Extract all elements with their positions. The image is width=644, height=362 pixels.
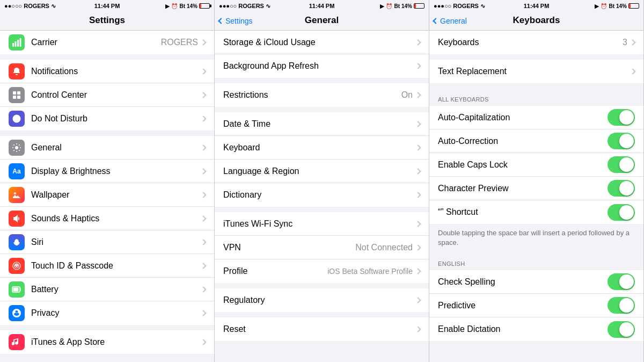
keyboards-scroll[interactable]: Keyboards 3 Text Replacement ALL KEYBOAR… [429, 31, 643, 362]
list-item-privacy[interactable]: Privacy [0, 301, 214, 325]
list-item-predictive[interactable]: Predictive [429, 294, 643, 317]
list-item-bg-refresh[interactable]: Background App Refresh [215, 54, 429, 78]
back-chevron-icon [218, 18, 224, 24]
list-item-caps-lock[interactable]: Enable Caps Lock [429, 153, 643, 177]
wallpaper-chevron [200, 192, 206, 198]
list-item-auto-cap[interactable]: Auto-Capitalization [429, 106, 643, 129]
list-item-itunes-wifi[interactable]: iTunes Wi-Fi Sync [215, 212, 429, 236]
control-center-label: Control Center [31, 90, 201, 100]
itunes-wifi-label: iTunes Wi-Fi Sync [223, 219, 416, 229]
sounds-chevron [200, 215, 206, 221]
list-item-carrier[interactable]: Carrier ROGERS [0, 31, 214, 54]
storage-chevron [415, 39, 421, 45]
auto-correction-toggle[interactable] [608, 133, 635, 149]
location-icon-1: ▶ [165, 3, 170, 9]
general-section-1: Storage & iCloud Usage Background App Re… [215, 31, 429, 78]
shortcut-toggle[interactable] [608, 204, 635, 221]
g-sep-5 [215, 312, 429, 317]
list-item-text-replacement[interactable]: Text Replacement [429, 60, 643, 83]
keyboards-panel: ●●●○○ ROGERS ∿ 11:44 PM ▶ ⏰ Bt 14% Gener… [429, 0, 644, 362]
time-1: 11:44 PM [94, 3, 120, 9]
list-item-vpn[interactable]: VPN Not Connected [215, 236, 429, 259]
settings-section-2: Notifications Control Center Do Not Dist… [0, 60, 214, 131]
svg-rect-0 [12, 43, 14, 47]
list-item-keyboard[interactable]: Keyboard [215, 136, 429, 160]
shortcut-label: “” Shortcut [438, 207, 608, 217]
status-right-2: ▶ ⏰ Bt 14% [380, 3, 425, 9]
list-item-do-not-disturb[interactable]: Do Not Disturb [0, 107, 214, 131]
touch-id-label: Touch ID & Passcode [31, 261, 201, 271]
carrier-icon [9, 34, 25, 50]
english-header: ENGLISH [429, 253, 643, 270]
settings-scroll[interactable]: Carrier ROGERS Notifications Control Cen… [0, 31, 214, 362]
predictive-toggle[interactable] [608, 297, 635, 314]
list-item-auto-correction[interactable]: Auto-Correction [429, 129, 643, 153]
keyboards-back-btn[interactable]: General [434, 17, 467, 25]
list-item-itunes[interactable]: iTunes & App Store [0, 330, 214, 354]
list-item-sounds[interactable]: Sounds & Haptics [0, 207, 214, 230]
auto-correction-label: Auto-Correction [438, 136, 608, 146]
general-title: General [305, 15, 339, 25]
list-item-char-preview[interactable]: Character Preview [429, 177, 643, 200]
settings-carrier-section: Carrier ROGERS [0, 31, 214, 54]
notifications-chevron [200, 68, 206, 74]
privacy-label: Privacy [31, 308, 201, 318]
list-item-notifications[interactable]: Notifications [0, 60, 214, 83]
list-item-language[interactable]: Language & Region [215, 160, 429, 183]
status-bar-1: ●●○○○ ROGERS ∿ 11:44 PM ▶ ⏰ Bt 14% [0, 0, 214, 12]
all-keyboards-header: ALL KEYBOARDS [429, 89, 643, 106]
svg-rect-3 [20, 38, 21, 47]
check-spelling-label: Check Spelling [438, 277, 608, 287]
list-item-shortcut[interactable]: “” Shortcut [429, 200, 643, 224]
list-item-reset[interactable]: Reset [215, 317, 429, 341]
list-item-date-time[interactable]: Date & Time [215, 112, 429, 136]
list-item-storage[interactable]: Storage & iCloud Usage [215, 31, 429, 54]
keyboards-section-1: Keyboards 3 [429, 31, 643, 54]
settings-section-3: General Aa Display & Brightness Wallpape… [0, 136, 214, 325]
svg-rect-6 [13, 96, 16, 99]
display-chevron [200, 168, 206, 174]
siri-icon [9, 234, 25, 250]
svg-point-13 [16, 265, 18, 266]
list-item-regulatory[interactable]: Regulatory [215, 288, 429, 312]
list-item-general[interactable]: General [0, 136, 214, 160]
general-nav-header: Settings General [215, 12, 429, 31]
profile-value: iOS Beta Software Profile [327, 267, 413, 276]
language-chevron [415, 168, 421, 174]
list-item-keyboards-count[interactable]: Keyboards 3 [429, 31, 643, 54]
list-item-dictionary[interactable]: Dictionary [215, 183, 429, 207]
general-section-3: Date & Time Keyboard Language & Region D… [215, 112, 429, 207]
general-back-btn[interactable]: Settings [219, 17, 253, 25]
list-item-control-center[interactable]: Control Center [0, 83, 214, 107]
enable-dictation-toggle[interactable] [608, 321, 635, 338]
settings-nav-header: Settings [0, 12, 214, 31]
list-item-profile[interactable]: Profile iOS Beta Software Profile [215, 259, 429, 283]
general-scroll[interactable]: Storage & iCloud Usage Background App Re… [215, 31, 429, 362]
general-section-6: Reset [215, 317, 429, 341]
list-item-touch-id[interactable]: Touch ID & Passcode [0, 254, 214, 278]
siri-label: Siri [31, 237, 201, 247]
settings-panel: ●●○○○ ROGERS ∿ 11:44 PM ▶ ⏰ Bt 14% Setti… [0, 0, 215, 362]
list-item-restrictions[interactable]: Restrictions On [215, 83, 429, 107]
svg-rect-7 [17, 96, 20, 99]
carrier-label-1: ●●○○○ ROGERS [4, 3, 49, 9]
auto-cap-toggle[interactable] [608, 109, 635, 126]
list-item-enable-dictation[interactable]: Enable Dictation [429, 317, 643, 341]
status-left-2: ●●●○○ ROGERS ∿ [219, 3, 270, 10]
reset-label: Reset [223, 324, 416, 334]
storage-label: Storage & iCloud Usage [223, 38, 416, 47]
keyboards-section-2: Text Replacement [429, 60, 643, 83]
date-time-chevron [415, 121, 421, 127]
svg-point-8 [15, 146, 18, 149]
caps-lock-toggle[interactable] [608, 156, 635, 173]
list-item-display[interactable]: Aa Display & Brightness [0, 160, 214, 183]
display-label: Display & Brightness [31, 166, 201, 176]
list-item-check-spelling[interactable]: Check Spelling [429, 270, 643, 294]
check-spelling-toggle[interactable] [608, 273, 635, 290]
bluetooth-icon-1: Bt [179, 3, 185, 9]
char-preview-toggle[interactable] [608, 180, 635, 197]
dictionary-label: Dictionary [223, 190, 416, 200]
list-item-wallpaper[interactable]: Wallpaper [0, 183, 214, 207]
list-item-battery[interactable]: Battery [0, 278, 214, 301]
list-item-siri[interactable]: Siri [0, 230, 214, 254]
